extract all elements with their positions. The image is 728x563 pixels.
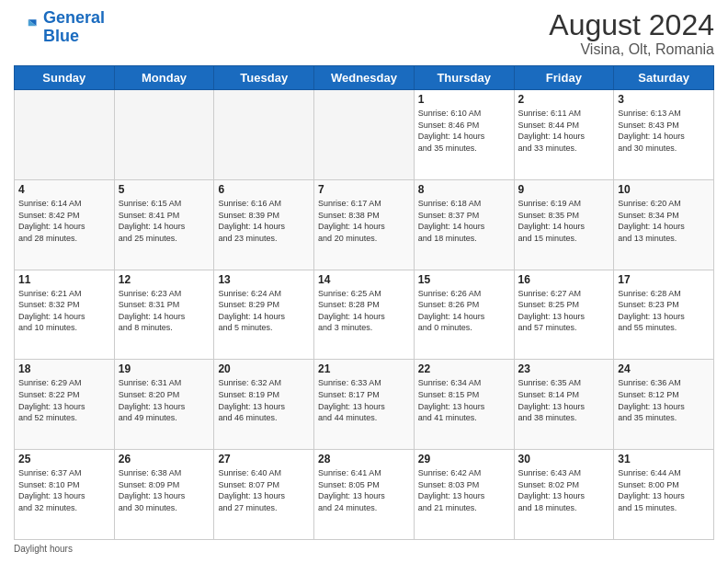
- day-info: Sunrise: 6:26 AM Sunset: 8:26 PM Dayligh…: [418, 288, 510, 334]
- day-number: 23: [518, 362, 610, 375]
- calendar-cell: [214, 90, 314, 180]
- calendar-cell: 11Sunrise: 6:21 AM Sunset: 8:32 PM Dayli…: [15, 270, 115, 360]
- calendar-cell: 24Sunrise: 6:36 AM Sunset: 8:12 PM Dayli…: [614, 360, 714, 450]
- day-info: Sunrise: 6:42 AM Sunset: 8:03 PM Dayligh…: [418, 467, 510, 513]
- calendar-cell: 3Sunrise: 6:13 AM Sunset: 8:43 PM Daylig…: [614, 90, 714, 180]
- day-number: 1: [418, 93, 510, 106]
- logo-blue: Blue: [43, 27, 79, 45]
- day-info: Sunrise: 6:27 AM Sunset: 8:25 PM Dayligh…: [518, 288, 610, 334]
- svg-rect-0: [14, 15, 40, 40]
- calendar-cell: [114, 90, 214, 180]
- calendar-header-wednesday: Wednesday: [314, 66, 415, 90]
- calendar-cell: 26Sunrise: 6:38 AM Sunset: 8:09 PM Dayli…: [114, 450, 214, 540]
- day-info: Sunrise: 6:41 AM Sunset: 8:05 PM Dayligh…: [318, 467, 410, 513]
- day-info: Sunrise: 6:21 AM Sunset: 8:32 PM Dayligh…: [18, 288, 110, 334]
- calendar-cell: 9Sunrise: 6:19 AM Sunset: 8:35 PM Daylig…: [514, 179, 614, 270]
- calendar-cell: 8Sunrise: 6:18 AM Sunset: 8:37 PM Daylig…: [414, 179, 514, 270]
- day-info: Sunrise: 6:18 AM Sunset: 8:37 PM Dayligh…: [418, 198, 510, 244]
- day-info: Sunrise: 6:13 AM Sunset: 8:43 PM Dayligh…: [618, 108, 710, 154]
- day-number: 5: [119, 183, 210, 196]
- day-info: Sunrise: 6:15 AM Sunset: 8:41 PM Dayligh…: [119, 198, 210, 244]
- calendar-header-thursday: Thursday: [414, 66, 514, 90]
- day-info: Sunrise: 6:36 AM Sunset: 8:12 PM Dayligh…: [618, 377, 710, 423]
- calendar-cell: 17Sunrise: 6:28 AM Sunset: 8:23 PM Dayli…: [614, 270, 714, 360]
- calendar-cell: 5Sunrise: 6:15 AM Sunset: 8:41 PM Daylig…: [114, 179, 214, 270]
- header: General Blue August 2024 Visina, Olt, Ro…: [14, 9, 714, 58]
- day-info: Sunrise: 6:28 AM Sunset: 8:23 PM Dayligh…: [618, 288, 710, 334]
- calendar-cell: 27Sunrise: 6:40 AM Sunset: 8:07 PM Dayli…: [214, 450, 314, 540]
- day-info: Sunrise: 6:38 AM Sunset: 8:09 PM Dayligh…: [119, 467, 210, 513]
- calendar-week-1: 1Sunrise: 6:10 AM Sunset: 8:46 PM Daylig…: [15, 90, 714, 180]
- day-info: Sunrise: 6:17 AM Sunset: 8:38 PM Dayligh…: [318, 198, 410, 244]
- day-number: 13: [218, 273, 310, 286]
- calendar-cell: 31Sunrise: 6:44 AM Sunset: 8:00 PM Dayli…: [614, 450, 714, 540]
- calendar-cell: 21Sunrise: 6:33 AM Sunset: 8:17 PM Dayli…: [314, 360, 415, 450]
- day-info: Sunrise: 6:24 AM Sunset: 8:29 PM Dayligh…: [218, 288, 310, 334]
- day-info: Sunrise: 6:25 AM Sunset: 8:28 PM Dayligh…: [318, 288, 410, 334]
- calendar-cell: 18Sunrise: 6:29 AM Sunset: 8:22 PM Dayli…: [15, 360, 115, 450]
- day-info: Sunrise: 6:43 AM Sunset: 8:02 PM Dayligh…: [518, 467, 610, 513]
- main-title: August 2024: [549, 9, 714, 41]
- calendar-week-2: 4Sunrise: 6:14 AM Sunset: 8:42 PM Daylig…: [15, 179, 714, 270]
- calendar-header-row: SundayMondayTuesdayWednesdayThursdayFrid…: [15, 66, 714, 90]
- calendar-cell: 19Sunrise: 6:31 AM Sunset: 8:20 PM Dayli…: [114, 360, 214, 450]
- calendar-cell: 16Sunrise: 6:27 AM Sunset: 8:25 PM Dayli…: [514, 270, 614, 360]
- day-info: Sunrise: 6:37 AM Sunset: 8:10 PM Dayligh…: [18, 467, 110, 513]
- calendar-cell: 2Sunrise: 6:11 AM Sunset: 8:44 PM Daylig…: [514, 90, 614, 180]
- calendar-cell: 14Sunrise: 6:25 AM Sunset: 8:28 PM Dayli…: [314, 270, 415, 360]
- day-info: Sunrise: 6:14 AM Sunset: 8:42 PM Dayligh…: [18, 198, 110, 244]
- calendar-cell: 12Sunrise: 6:23 AM Sunset: 8:31 PM Dayli…: [114, 270, 214, 360]
- calendar-cell: 6Sunrise: 6:16 AM Sunset: 8:39 PM Daylig…: [214, 179, 314, 270]
- day-info: Sunrise: 6:19 AM Sunset: 8:35 PM Dayligh…: [518, 198, 610, 244]
- day-number: 10: [618, 183, 710, 196]
- calendar-table: SundayMondayTuesdayWednesdayThursdayFrid…: [14, 65, 714, 540]
- footer: Daylight hours: [14, 544, 714, 554]
- day-info: Sunrise: 6:29 AM Sunset: 8:22 PM Dayligh…: [18, 377, 110, 423]
- day-info: Sunrise: 6:33 AM Sunset: 8:17 PM Dayligh…: [318, 377, 410, 423]
- day-info: Sunrise: 6:11 AM Sunset: 8:44 PM Dayligh…: [518, 108, 610, 154]
- calendar-cell: 7Sunrise: 6:17 AM Sunset: 8:38 PM Daylig…: [314, 179, 415, 270]
- day-info: Sunrise: 6:40 AM Sunset: 8:07 PM Dayligh…: [218, 467, 310, 513]
- logo-general: General: [43, 8, 105, 27]
- day-number: 26: [119, 453, 210, 465]
- calendar-cell: 22Sunrise: 6:34 AM Sunset: 8:15 PM Dayli…: [414, 360, 514, 450]
- day-number: 12: [119, 273, 210, 286]
- day-info: Sunrise: 6:44 AM Sunset: 8:00 PM Dayligh…: [618, 467, 710, 513]
- calendar-cell: [15, 90, 115, 180]
- day-info: Sunrise: 6:16 AM Sunset: 8:39 PM Dayligh…: [218, 198, 310, 244]
- day-number: 28: [318, 453, 410, 465]
- day-number: 30: [518, 453, 610, 465]
- day-number: 3: [618, 93, 710, 106]
- day-number: 8: [418, 183, 510, 196]
- day-number: 19: [119, 362, 210, 375]
- calendar-cell: 25Sunrise: 6:37 AM Sunset: 8:10 PM Dayli…: [15, 450, 115, 540]
- page: General Blue August 2024 Visina, Olt, Ro…: [0, 0, 728, 563]
- logo: General Blue: [14, 9, 105, 46]
- calendar-cell: 28Sunrise: 6:41 AM Sunset: 8:05 PM Dayli…: [314, 450, 415, 540]
- calendar-week-3: 11Sunrise: 6:21 AM Sunset: 8:32 PM Dayli…: [15, 270, 714, 360]
- day-number: 4: [18, 183, 110, 196]
- day-number: 15: [418, 273, 510, 286]
- day-number: 29: [418, 453, 510, 465]
- calendar-header-saturday: Saturday: [614, 66, 714, 90]
- calendar-cell: 15Sunrise: 6:26 AM Sunset: 8:26 PM Dayli…: [414, 270, 514, 360]
- day-number: 2: [518, 93, 610, 106]
- day-info: Sunrise: 6:34 AM Sunset: 8:15 PM Dayligh…: [418, 377, 510, 423]
- calendar-cell: 30Sunrise: 6:43 AM Sunset: 8:02 PM Dayli…: [514, 450, 614, 540]
- day-number: 20: [218, 362, 310, 375]
- logo-text: General Blue: [43, 9, 105, 46]
- day-number: 14: [318, 273, 410, 286]
- day-number: 25: [18, 453, 110, 465]
- calendar-cell: 23Sunrise: 6:35 AM Sunset: 8:14 PM Dayli…: [514, 360, 614, 450]
- day-info: Sunrise: 6:23 AM Sunset: 8:31 PM Dayligh…: [119, 288, 210, 334]
- calendar-cell: 13Sunrise: 6:24 AM Sunset: 8:29 PM Dayli…: [214, 270, 314, 360]
- calendar-header-friday: Friday: [514, 66, 614, 90]
- title-block: August 2024 Visina, Olt, Romania: [549, 9, 714, 58]
- day-info: Sunrise: 6:20 AM Sunset: 8:34 PM Dayligh…: [618, 198, 710, 244]
- day-info: Sunrise: 6:31 AM Sunset: 8:20 PM Dayligh…: [119, 377, 210, 423]
- calendar-week-4: 18Sunrise: 6:29 AM Sunset: 8:22 PM Dayli…: [15, 360, 714, 450]
- calendar-week-5: 25Sunrise: 6:37 AM Sunset: 8:10 PM Dayli…: [15, 450, 714, 540]
- day-number: 18: [18, 362, 110, 375]
- subtitle: Visina, Olt, Romania: [549, 41, 714, 58]
- logo-icon: [14, 15, 40, 40]
